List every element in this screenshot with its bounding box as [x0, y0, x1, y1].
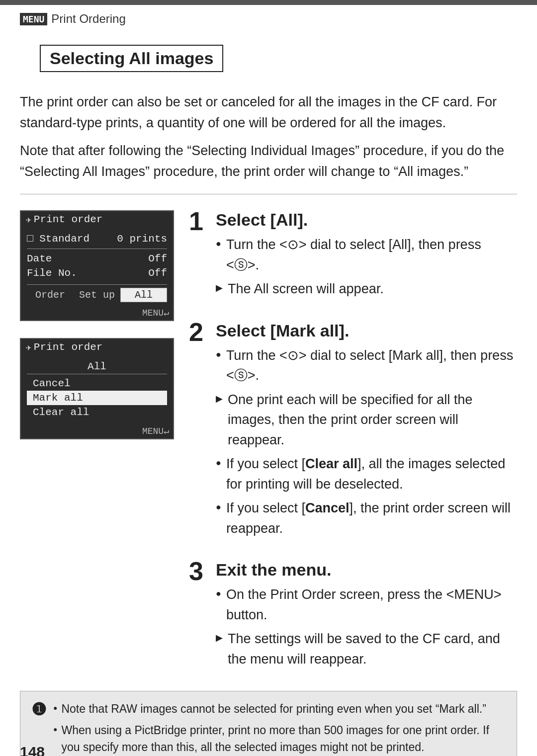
- step2-content: Select [Mark all]. ● Turn the <⊙> dial t…: [216, 321, 517, 543]
- screen1-tab-setup: Set up: [74, 288, 120, 302]
- screen1-tab-all: All: [120, 288, 167, 302]
- page-number: 148: [20, 744, 45, 756]
- screen1-title-bar: ✈ Print order: [21, 211, 173, 228]
- screen2-item-markall: Mark all: [27, 391, 167, 405]
- note1: ● Note that RAW images cannot be selecte…: [53, 700, 506, 718]
- step3-bullet1: ● On the Print Order screen, press the <…: [216, 585, 517, 625]
- step3-triangle1-icon: ▶: [216, 631, 223, 645]
- screen1-row2-label: Date: [27, 253, 52, 264]
- step3-bullet1-icon: ●: [216, 587, 221, 600]
- step2-bullet2-text: If you select [Clear all], all the image…: [226, 454, 517, 494]
- step2-title: Select [Mark all].: [216, 321, 517, 340]
- screen2-mockup: ✈ Print order All Cancel Mark all Clear …: [20, 338, 174, 439]
- screen1-divider: [27, 249, 167, 249]
- step1-triangle1-text: The All screen will appear.: [228, 279, 384, 299]
- note2: ● When using a PictBridge printer, print…: [53, 722, 506, 756]
- screen1-row1: □ Standard 0 prints: [27, 232, 167, 246]
- screen1-tab-order: Order: [27, 288, 74, 302]
- header-bar: [0, 0, 537, 5]
- step3-triangle1: ▶ The settings will be saved to the CF c…: [216, 629, 517, 669]
- screen2-all-label: All: [27, 359, 167, 374]
- header-text: Print Ordering: [51, 12, 125, 26]
- step2-number: 2: [189, 319, 209, 345]
- section-divider: [20, 194, 517, 194]
- intro-paragraph2: Note that after following the “Selecting…: [20, 141, 517, 182]
- step2-bullet2: ● If you select [Clear all], all the ima…: [216, 454, 517, 494]
- screen2-menu-bottom: MENU↵: [21, 423, 173, 438]
- section-title: Selecting All images: [40, 45, 223, 72]
- step2-triangle1: ▶ One print each will be specified for a…: [216, 390, 517, 450]
- right-column: 1 Select [All]. ● Turn the <⊙> dial to s…: [189, 210, 517, 673]
- step1-bullet1-icon: ●: [216, 237, 221, 251]
- step2-bullet3-icon: ●: [216, 501, 221, 514]
- note2-text: When using a PictBridge printer, print n…: [61, 722, 506, 756]
- step3-triangle1-text: The settings will be saved to the CF car…: [228, 629, 517, 669]
- screen1-body: □ Standard 0 prints Date Off File No. Of…: [21, 228, 173, 305]
- step2-bullet1-text: Turn the <⊙> dial to select [Mark all], …: [226, 345, 517, 386]
- step2-block: 2 Select [Mark all]. ● Turn the <⊙> dial…: [189, 321, 517, 543]
- note-content: ● Note that RAW images cannot be selecte…: [53, 700, 506, 756]
- step1-triangle1: ▶ The All screen will appear.: [216, 279, 517, 299]
- step2-bullet1-icon: ●: [216, 348, 221, 361]
- screen2-title-bar: ✈ Print order: [21, 339, 173, 355]
- step1-bullet1: ● Turn the <⊙> dial to select [All], the…: [216, 235, 517, 275]
- screen2-body: All Cancel Mark all Clear all: [21, 355, 173, 423]
- note2-bullet: ●: [53, 724, 57, 735]
- note1-text: Note that RAW images cannot be selected …: [61, 700, 486, 718]
- section-title-wrapper: Selecting All images: [20, 36, 517, 83]
- step2-bullet1: ● Turn the <⊙> dial to select [Mark all]…: [216, 345, 517, 386]
- screen1-row3-value: Off: [148, 267, 167, 279]
- note-box: ❶ ● Note that RAW images cannot be selec…: [20, 691, 517, 756]
- screen1-row2: Date Off: [27, 252, 167, 266]
- screen2-item-cancel: Cancel: [27, 376, 167, 391]
- screen2-item-clearall: Clear all: [27, 405, 167, 420]
- screen2-arrow: ✈: [26, 342, 31, 353]
- step1-title: Select [All].: [216, 210, 517, 230]
- step3-content: Exit the menu. ● On the Print Order scre…: [216, 560, 517, 673]
- screen1-row3: File No. Off: [27, 266, 167, 280]
- step2-triangle1-icon: ▶: [216, 392, 223, 406]
- step1-content: Select [All]. ● Turn the <⊙> dial to sel…: [216, 210, 517, 303]
- screen1-row3-label: File No.: [27, 267, 77, 279]
- screen1-menu-bottom: MENU↵: [21, 305, 173, 320]
- step3-bullet1-text: On the Print Order screen, press the <ME…: [226, 585, 517, 625]
- screen1-row2-value: Off: [148, 253, 167, 264]
- screen1-tabs: Order Set up All: [27, 284, 167, 302]
- step2-triangle1-text: One print each will be specified for all…: [228, 390, 517, 450]
- step1-block: 1 Select [All]. ● Turn the <⊙> dial to s…: [189, 210, 517, 303]
- screen1-row1-value: 0 prints: [117, 233, 167, 245]
- header-label: MENU Print Ordering: [0, 5, 537, 31]
- step2-bullet3-text: If you select [Cancel], the print order …: [226, 498, 517, 538]
- menu-icon: MENU: [20, 13, 47, 25]
- step1-bullet1-text: Turn the <⊙> dial to select [All], then …: [226, 235, 517, 275]
- step1-number: 1: [189, 208, 209, 234]
- main-content: ✈ Print order □ Standard 0 prints Date O…: [20, 210, 517, 673]
- screen2-title: Print order: [34, 341, 103, 353]
- note-icon: ❶: [31, 699, 46, 719]
- intro-paragraph1: The print order can also be set or cance…: [20, 92, 517, 134]
- left-column: ✈ Print order □ Standard 0 prints Date O…: [20, 210, 174, 673]
- screen1-row1-label: □ Standard: [27, 233, 90, 245]
- step1-triangle1-icon: ▶: [216, 281, 223, 295]
- step3-number: 3: [189, 558, 209, 584]
- screen1-mockup: ✈ Print order □ Standard 0 prints Date O…: [20, 210, 174, 321]
- step3-title: Exit the menu.: [216, 560, 517, 580]
- step2-bullet2-icon: ●: [216, 456, 221, 470]
- note1-bullet: ●: [53, 703, 57, 713]
- step2-bullet3: ● If you select [Cancel], the print orde…: [216, 498, 517, 538]
- screen1-arrow: ✈: [26, 214, 31, 225]
- screen1-title: Print order: [34, 214, 103, 225]
- step3-block: 3 Exit the menu. ● On the Print Order sc…: [189, 560, 517, 673]
